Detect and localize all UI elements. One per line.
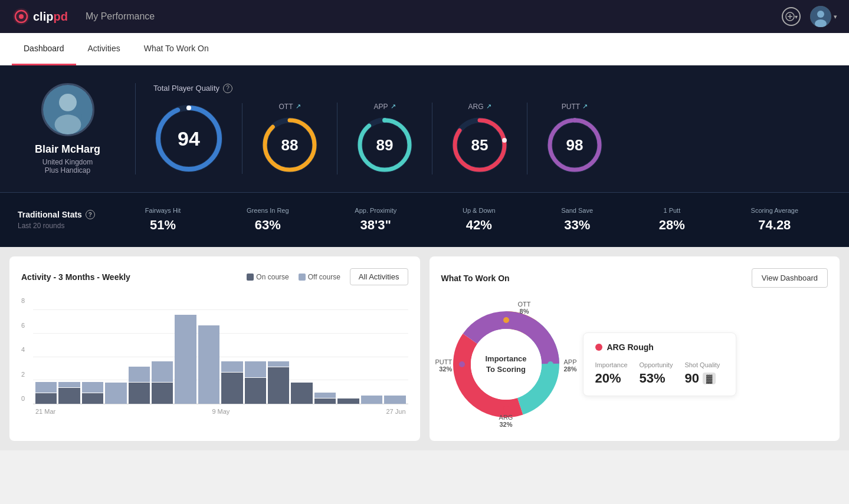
tpq-help-icon[interactable]: ?: [223, 84, 232, 93]
shot-quality-badge: ▓: [703, 373, 716, 384]
scoring-value: 74.28: [758, 218, 791, 233]
trad-stats-sub: Last 20 rounds: [18, 222, 112, 230]
trad-help-icon[interactable]: ?: [86, 210, 95, 219]
page-title: My Performance: [86, 11, 155, 22]
fairways-label: Fairways Hit: [145, 207, 181, 214]
activity-chart-title: Activity - 3 Months - Weekly: [21, 272, 130, 282]
score-ott: OTT ↗ 88: [242, 103, 337, 174]
bar-off-course: [245, 361, 266, 377]
tab-activities[interactable]: Activities: [76, 33, 132, 65]
red-dot-icon: [595, 344, 602, 351]
score-tpq: 94: [153, 103, 242, 174]
trad-stats-label: Traditional Stats ? Last 20 rounds: [18, 210, 112, 230]
legend-off-course: Off course: [299, 273, 340, 281]
traditional-stats: Traditional Stats ? Last 20 rounds Fairw…: [0, 192, 849, 247]
bar-on-course: [337, 398, 359, 404]
score-putt: PUTT ↗ 98: [527, 103, 622, 174]
svg-point-15: [186, 106, 191, 110]
arg-circle: 85: [450, 116, 509, 174]
ott-trend-icon: ↗: [296, 103, 301, 110]
bar-off-course: [268, 361, 289, 367]
what-card-header: What To Work On View Dashboard: [441, 268, 828, 288]
chart-grid: 0 2 4 6 8: [21, 297, 408, 404]
tab-what-to-work-on[interactable]: What To Work On: [132, 33, 221, 65]
bottom-section: Activity - 3 Months - Weekly On course O…: [0, 247, 849, 450]
donut-chart: ImportanceTo Scoring OTT8% APP28% ARG32%…: [441, 299, 571, 429]
app-donut-label: APP28%: [563, 358, 576, 373]
score-app: APP ↗ 89: [337, 103, 432, 174]
all-activities-button[interactable]: All Activities: [350, 268, 408, 285]
stat-updown: Up & Down 42%: [463, 207, 496, 233]
tpq-circle: 94: [153, 103, 224, 174]
bar-group: [35, 309, 57, 404]
bar-on-course: [314, 398, 336, 404]
add-button[interactable]: ▾: [782, 7, 801, 26]
bar-group: [58, 309, 80, 404]
svg-point-20: [382, 118, 387, 123]
bar-off-course: [384, 396, 405, 404]
bar-on-course: [221, 373, 242, 404]
updown-value: 42%: [466, 218, 492, 233]
app-circle: 89: [355, 116, 414, 174]
opportunity-label: Opportunity: [640, 361, 673, 368]
bar-group: [129, 309, 150, 404]
app-value: 89: [376, 136, 394, 154]
svg-point-23: [502, 138, 507, 143]
tab-dashboard[interactable]: Dashboard: [12, 33, 76, 65]
bar-off-course: [82, 382, 103, 393]
oneputt-label: 1 Putt: [663, 207, 680, 214]
bar-off-course: [129, 367, 150, 383]
app-trend-icon: ↗: [391, 103, 396, 110]
bar-on-course: [35, 393, 57, 404]
svg-point-34: [503, 406, 509, 411]
bar-on-course: [82, 393, 103, 404]
bar-on-course: [129, 383, 150, 404]
bar-off-course: [198, 325, 219, 404]
svg-point-2: [19, 14, 24, 19]
info-card: ARG Rough Importance 20% Opportunity 53%…: [583, 332, 736, 396]
logo[interactable]: clippd: [12, 7, 68, 26]
svg-rect-12: [54, 114, 81, 134]
stat-proximity: App. Proximity 38'3": [355, 207, 396, 233]
svg-point-10: [59, 94, 77, 111]
bar-group: [291, 309, 312, 404]
bar-group: [198, 309, 219, 404]
player-handicap: Plus Handicap: [45, 166, 90, 174]
arg-trend-icon: ↗: [486, 103, 491, 110]
ott-label: OTT ↗: [279, 103, 301, 111]
app-label: APP ↗: [373, 103, 395, 111]
activity-card: Activity - 3 Months - Weekly On course O…: [9, 256, 420, 441]
stat-greens: Greens In Reg 63%: [247, 207, 289, 233]
legend-on-course-dot: [247, 274, 254, 281]
bar-off-course: [152, 361, 173, 383]
stat-scoring: Scoring Average 74.28: [751, 207, 799, 233]
legend-on-course: On course: [247, 273, 289, 281]
what-card-title: What To Work On: [441, 274, 510, 283]
info-metrics: Importance 20% Opportunity 53% Shot Qual…: [595, 361, 724, 386]
svg-point-32: [503, 317, 509, 323]
what-body: ImportanceTo Scoring OTT8% APP28% ARG32%…: [441, 299, 828, 429]
bar-off-course: [221, 361, 242, 372]
svg-point-7: [817, 11, 824, 18]
y-axis: 0 2 4 6 8: [21, 297, 33, 404]
player-country: United Kingdom: [42, 158, 93, 166]
bar-group: [245, 309, 266, 404]
player-info: Blair McHarg United Kingdom Plus Handica…: [18, 83, 136, 174]
svg-point-33: [548, 361, 553, 367]
oneputt-value: 28%: [659, 218, 685, 233]
ott-donut-label: OTT8%: [518, 301, 531, 315]
view-dashboard-button[interactable]: View Dashboard: [752, 268, 828, 288]
bar-on-course: [268, 367, 289, 404]
stat-oneputt: 1 Putt 28%: [659, 207, 685, 233]
bar-group: [221, 309, 242, 404]
chart-legend: On course Off course: [247, 273, 340, 281]
bar-off-course: [175, 315, 196, 404]
donut-center-text: ImportanceTo Scoring: [485, 354, 526, 375]
user-avatar-button[interactable]: ▾: [810, 6, 837, 27]
x-axis-labels: 21 Mar 9 May 27 Jun: [21, 404, 408, 415]
scoring-label: Scoring Average: [751, 207, 799, 214]
proximity-label: App. Proximity: [355, 207, 396, 214]
header: clippd My Performance ▾ ▾: [0, 0, 849, 33]
tpq-value: 94: [178, 127, 200, 150]
bar-off-course: [58, 382, 80, 387]
